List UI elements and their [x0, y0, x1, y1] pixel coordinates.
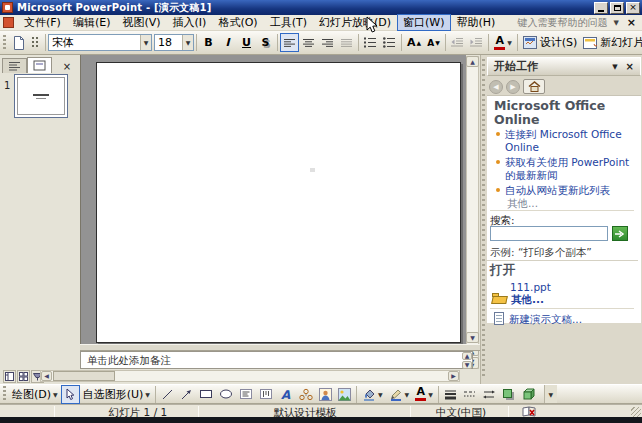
align-right-button[interactable] — [318, 33, 337, 52]
help-question-box[interactable]: 键入需要帮助的问题 — [517, 16, 607, 30]
scroll-up-button[interactable]: ▲ — [466, 56, 479, 67]
close-pane-button[interactable]: × — [60, 59, 74, 73]
menu-item-format[interactable]: 格式(O) — [212, 14, 263, 31]
scroll-left-button[interactable]: ◀ — [41, 371, 52, 381]
scroll-right-button[interactable]: ▶ — [448, 371, 459, 381]
align-center-button[interactable] — [299, 33, 318, 52]
fill-color-dropdown-icon[interactable]: ▼ — [378, 391, 383, 398]
font-name-dropdown-icon[interactable]: ▼ — [140, 35, 151, 50]
search-input[interactable] — [490, 226, 608, 241]
link-auto-update[interactable]: 自动从网站更新此列表 — [505, 184, 610, 197]
horizontal-scrollbar[interactable] — [40, 370, 460, 382]
grow-font-button[interactable]: A▲ — [404, 33, 424, 52]
menu-item-help[interactable]: 帮助(H) — [451, 14, 502, 31]
menu-item-file[interactable]: 文件(F) — [18, 14, 67, 31]
fill-color-button[interactable]: ▼ — [359, 385, 386, 404]
text-shadow-button[interactable]: S — [256, 33, 275, 52]
font-name-select[interactable]: 宋体 ▼ — [48, 34, 152, 51]
arrow-button[interactable] — [177, 385, 196, 404]
back-button[interactable]: ◀ — [489, 80, 503, 94]
italic-button[interactable]: I — [218, 33, 237, 52]
line-style-button[interactable] — [441, 385, 460, 404]
task-pane-dropdown-icon[interactable]: ▼ — [608, 63, 621, 71]
more-link[interactable]: 其他... — [507, 197, 538, 211]
draw-menu-button[interactable]: 绘图(D)▼ — [9, 385, 61, 404]
vertical-text-box-button[interactable] — [256, 385, 276, 404]
font-color-button[interactable]: A ▼ — [491, 33, 515, 52]
shadow-style-button[interactable] — [499, 385, 519, 404]
underline-button[interactable]: U — [237, 33, 256, 52]
new-presentation-button[interactable] — [9, 33, 28, 52]
minimize-button[interactable] — [594, 2, 608, 14]
bullets-button[interactable] — [380, 33, 399, 52]
menu-item-view[interactable]: 视图(V) — [116, 14, 166, 31]
drawing-font-color-dropdown-icon[interactable]: ▼ — [428, 391, 433, 398]
notes-scroll-down-button[interactable]: ▼ — [462, 361, 472, 369]
slide-thumbnail[interactable] — [14, 74, 68, 118]
diagram-button[interactable] — [296, 385, 316, 404]
restore-button[interactable] — [610, 2, 624, 14]
open-more-link[interactable]: 其他... — [511, 293, 544, 306]
oval-button[interactable] — [216, 385, 236, 404]
font-size-select[interactable]: 18 ▼ — [154, 34, 194, 51]
home-button[interactable] — [523, 79, 545, 94]
slide-sorter-view-button[interactable] — [17, 370, 30, 383]
close-button[interactable]: × — [626, 2, 640, 14]
rectangle-button[interactable] — [196, 385, 216, 404]
numbering-button[interactable] — [361, 33, 380, 52]
notes-scroll-up-button[interactable]: ▲ — [462, 352, 472, 360]
line-color-dropdown-icon[interactable]: ▼ — [405, 391, 410, 398]
forward-button[interactable]: ▶ — [506, 80, 520, 94]
task-pane-close-button[interactable]: × — [622, 61, 638, 72]
tab-slides[interactable] — [27, 57, 52, 73]
three-d-style-button[interactable] — [519, 385, 540, 404]
horizontal-scroll-thumb[interactable] — [53, 371, 115, 381]
clipart-button[interactable] — [316, 385, 335, 404]
normal-view-button[interactable] — [3, 370, 16, 383]
scroll-down-button[interactable]: ▼ — [466, 332, 479, 343]
font-color-dropdown-icon[interactable]: ▼ — [507, 39, 512, 46]
drawing-font-color-button[interactable]: A▼ — [412, 385, 436, 404]
menubar-close-button[interactable]: × — [625, 16, 642, 29]
notes-pane[interactable]: 单击此处添加备注 — [80, 351, 473, 369]
recent-file-link[interactable]: 111.ppt — [510, 281, 551, 294]
shrink-font-button[interactable]: A▼ — [424, 33, 443, 52]
menu-item-window[interactable]: 窗口(W) — [397, 14, 450, 31]
drawing-options-button[interactable]: ▼ — [544, 385, 557, 403]
search-go-button[interactable] — [612, 226, 628, 241]
menu-item-tools[interactable]: 工具(T) — [264, 14, 313, 31]
justify-button[interactable] — [337, 33, 356, 52]
wordart-button[interactable]: A — [276, 385, 296, 404]
decrease-indent-button[interactable] — [448, 33, 467, 52]
new-presentation-link[interactable]: 新建演示文稿... — [509, 313, 582, 326]
menu-item-slideshow[interactable]: 幻灯片放映(D) — [313, 14, 397, 31]
standard-toolbar-options-button[interactable] — [28, 33, 43, 52]
autoshapes-button[interactable]: 自选图形(U)▼ — [80, 385, 153, 404]
task-pane-grip[interactable] — [482, 59, 485, 379]
text-box-button[interactable] — [236, 385, 256, 404]
help-dropdown-icon[interactable]: ▼ — [607, 19, 624, 27]
new-slide-button[interactable]: 新幻灯片(N) — [580, 33, 642, 52]
toolbar-grip[interactable] — [3, 35, 6, 51]
resize-grip[interactable] — [631, 407, 641, 417]
slide-canvas[interactable] — [96, 62, 461, 343]
drawing-toolbar-grip[interactable] — [3, 386, 6, 402]
arrow-style-button[interactable] — [479, 385, 499, 404]
font-size-dropdown-icon[interactable]: ▼ — [182, 35, 193, 50]
increase-indent-button[interactable] — [467, 33, 486, 52]
dash-style-button[interactable] — [460, 385, 479, 404]
picture-button[interactable] — [335, 385, 354, 404]
design-button[interactable]: 设计(S) — [520, 33, 581, 52]
tab-outline[interactable] — [2, 58, 27, 73]
task-pane-header[interactable]: 开始工作 ▼ × — [487, 57, 641, 76]
line-color-button[interactable]: ▼ — [386, 385, 413, 404]
bold-button[interactable]: B — [199, 33, 218, 52]
line-button[interactable] — [158, 385, 177, 404]
link-connect-office-online[interactable]: 连接到 Microsoft Office Online — [505, 128, 636, 153]
menu-item-edit[interactable]: 编辑(E) — [67, 14, 117, 31]
select-objects-button[interactable] — [61, 385, 80, 404]
vertical-scrollbar[interactable] — [466, 56, 479, 369]
menu-item-insert[interactable]: 插入(I) — [167, 14, 213, 31]
align-left-button[interactable] — [280, 33, 299, 52]
notes-splitter[interactable] — [80, 344, 480, 351]
